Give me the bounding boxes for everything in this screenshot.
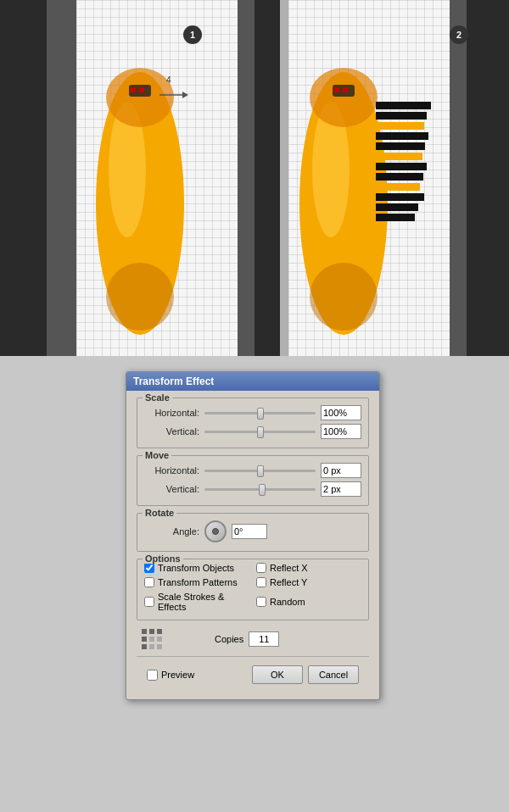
svg-rect-17: [142, 629, 147, 634]
badge-1: 1: [183, 25, 202, 44]
svg-rect-6: [139, 87, 144, 92]
copies-label: Copies: [215, 634, 243, 644]
reflect-x-row[interactable]: Reflect X: [256, 563, 361, 573]
move-vertical-thumb[interactable]: [259, 484, 266, 496]
scale-horizontal-slider[interactable]: [204, 412, 316, 414]
transform-effect-dialog: Transform Effect Scale Horizontal: Verti…: [126, 371, 380, 700]
transform-patterns-row[interactable]: Transform Patterns: [144, 577, 249, 587]
rotate-dial-inner: [212, 528, 219, 535]
svg-rect-22: [157, 637, 162, 642]
rotate-angle-row: Angle:: [144, 520, 361, 542]
move-vertical-row: Vertical:: [144, 481, 361, 497]
svg-rect-20: [142, 637, 147, 642]
svg-point-3: [106, 68, 174, 127]
reflect-y-label: Reflect Y: [270, 577, 307, 587]
options-group: Options Transform Objects Reflect X Tran…: [137, 559, 369, 620]
scale-vertical-thumb[interactable]: [257, 426, 264, 438]
move-group: Move Horizontal: Vertical:: [137, 455, 369, 506]
rotate-dial[interactable]: [204, 520, 227, 542]
svg-rect-24: [149, 644, 154, 649]
move-horizontal-row: Horizontal:: [144, 463, 361, 478]
scale-vertical-label: Vertical:: [144, 426, 199, 437]
rotate-label: Rotate: [143, 508, 176, 518]
scale-strokes-row[interactable]: Scale Strokes & Effects: [144, 592, 249, 612]
move-horizontal-input[interactable]: [321, 463, 361, 478]
scale-horizontal-thumb[interactable]: [257, 408, 264, 420]
copies-input[interactable]: [249, 631, 279, 647]
svg-point-2: [106, 263, 174, 331]
svg-rect-18: [149, 629, 154, 634]
svg-rect-21: [149, 637, 154, 642]
reflect-x-label: Reflect X: [270, 563, 308, 573]
stripe-dark-left: [0, 0, 47, 356]
transform-patterns-label: Transform Patterns: [158, 577, 238, 587]
svg-point-13: [310, 68, 378, 127]
dialog-body: Scale Horizontal: Vertical: Move Horizon…: [126, 391, 379, 691]
transform-patterns-checkbox[interactable]: [144, 577, 154, 587]
scale-horizontal-row: Horizontal:: [144, 405, 361, 420]
svg-point-12: [310, 263, 378, 331]
move-label: Move: [143, 450, 171, 460]
scale-strokes-checkbox[interactable]: [144, 597, 154, 607]
move-horizontal-thumb[interactable]: [257, 465, 264, 477]
move-vertical-input[interactable]: [321, 481, 361, 497]
separator: [137, 656, 369, 657]
rotate-group: Rotate Angle:: [137, 513, 369, 552]
random-label: Random: [270, 597, 305, 607]
svg-rect-16: [343, 87, 348, 92]
svg-rect-25: [157, 644, 162, 649]
transform-objects-label: Transform Objects: [158, 563, 234, 573]
svg-marker-8: [182, 92, 188, 98]
comb-left: 4: [85, 34, 221, 350]
canvas-area: 1 2 4: [0, 0, 509, 356]
preview-checkbox[interactable]: [147, 670, 158, 681]
scale-vertical-slider[interactable]: [204, 431, 316, 433]
dialog-title: Transform Effect: [126, 372, 379, 391]
cancel-button[interactable]: Cancel: [308, 665, 359, 684]
stripe-medium-right: [450, 0, 467, 356]
random-row[interactable]: Random: [256, 592, 361, 612]
svg-rect-15: [334, 87, 339, 92]
move-vertical-label: Vertical:: [144, 484, 199, 494]
reflect-x-checkbox[interactable]: [256, 563, 266, 573]
scale-strokes-label: Scale Strokes & Effects: [158, 592, 249, 612]
copies-grid-icon: [140, 627, 164, 651]
rotate-angle-label: Angle:: [144, 526, 199, 537]
comb-teeth: [376, 102, 431, 224]
options-grid: Transform Objects Reflect X Transform Pa…: [144, 563, 361, 615]
scale-horizontal-label: Horizontal:: [144, 408, 199, 418]
random-checkbox[interactable]: [256, 597, 266, 607]
stripe-dark-far-right: [484, 0, 509, 356]
move-horizontal-label: Horizontal:: [144, 465, 199, 476]
svg-text:4: 4: [166, 75, 171, 85]
preview-row[interactable]: Preview: [147, 670, 247, 681]
move-horizontal-slider[interactable]: [204, 470, 316, 472]
scale-vertical-input[interactable]: [321, 424, 361, 439]
reflect-y-row[interactable]: Reflect Y: [256, 577, 361, 587]
stripe-dark-mid: [255, 0, 280, 356]
reflect-y-checkbox[interactable]: [256, 577, 266, 587]
ok-button[interactable]: OK: [252, 665, 303, 684]
scale-group: Scale Horizontal: Vertical:: [137, 398, 369, 448]
transform-objects-row[interactable]: Transform Objects: [144, 563, 249, 573]
svg-rect-19: [157, 629, 162, 634]
preview-label: Preview: [161, 670, 194, 680]
stripe-medium-left: [47, 0, 76, 356]
svg-rect-23: [142, 644, 147, 649]
svg-rect-5: [131, 87, 136, 92]
badge-2: 2: [450, 25, 468, 44]
transform-objects-checkbox[interactable]: [144, 563, 154, 573]
dialog-footer: Preview OK Cancel: [137, 662, 369, 684]
options-label: Options: [143, 553, 183, 564]
scale-vertical-row: Vertical:: [144, 424, 361, 439]
rotate-angle-input[interactable]: [232, 524, 267, 539]
stripe-medium-mid: [238, 0, 255, 356]
scale-label: Scale: [143, 392, 172, 403]
scale-horizontal-input[interactable]: [321, 405, 361, 420]
copies-section: Copies: [137, 627, 369, 651]
comb-right: [297, 34, 433, 350]
move-vertical-slider[interactable]: [204, 488, 316, 491]
